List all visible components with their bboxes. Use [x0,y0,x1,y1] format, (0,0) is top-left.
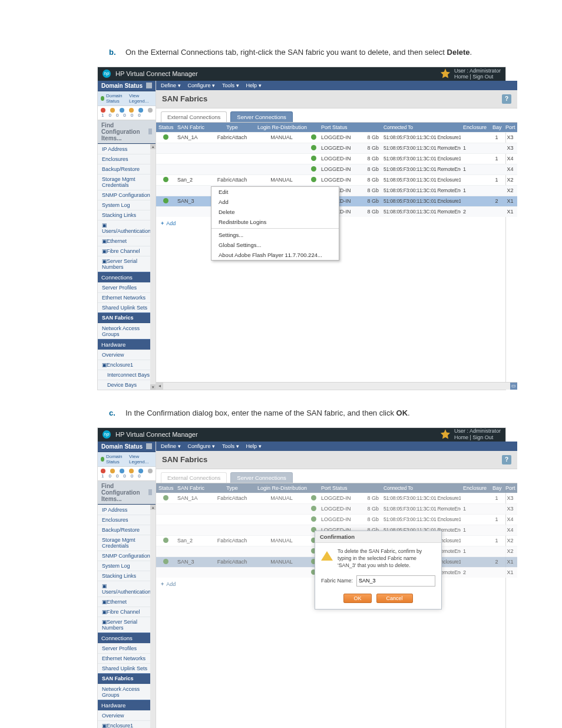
ok-button[interactable]: OK [343,594,371,603]
nav-item[interactable]: ▣Ethernet [98,236,156,246]
nav-item[interactable]: ▣Fibre Channel [98,246,156,256]
nav-item[interactable]: ▣Fibre Channel [98,607,156,617]
nav-item[interactable]: SNMP Configuration [98,551,156,561]
nav-item[interactable]: Overview [98,710,156,720]
context-menu-item[interactable]: Add [211,197,339,207]
domain-status-header[interactable]: Domain Status [98,442,156,452]
nav-item[interactable]: Overview [98,350,156,360]
nav-scrollbar[interactable]: ▴ ▾ [150,144,156,390]
nav-scrollbar[interactable]: ▴▾ [150,505,156,728]
context-menu-item[interactable]: Global Settings... [211,240,339,250]
nav-section-hardware: Hardware [98,700,156,710]
table-row[interactable]: LOGGED-IN8 Gb51:08:05:F3:00:11:3C:01 Rem… [156,164,517,174]
menu-tools[interactable]: Tools ▾ [222,83,239,88]
domain-status-row[interactable]: Domain Status View Legend... [98,91,156,106]
nav-item[interactable]: Backup/Restore [98,164,156,174]
table-row[interactable]: San_2FabricAttachMANUALLOGGED-IN8 Gb51:0… [156,174,517,185]
scroll-up-icon[interactable]: ▴ [150,144,156,149]
table-row[interactable]: LOGGED-IN8 Gb51:08:05:F3:00:11:3C:01 Enc… [156,153,517,164]
domain-status-header[interactable]: Domain Status [98,81,156,91]
table-row[interactable]: LOGGED-IN8 Gb51:08:05:F3:00:11:3C:01 Rem… [156,503,517,514]
menu-configure[interactable]: Configure ▾ [188,83,216,88]
app-titlebar: hp HP Virtual Connect Manager User : Adm… [98,428,505,442]
find-items-header[interactable]: Find Configuration Items... [98,481,156,505]
nav-item[interactable]: ▣Enclosure1 [98,720,156,728]
nav-item[interactable]: ▣Users/Authentication [98,581,156,597]
nav-item[interactable]: Stacking Links [98,571,156,581]
table-row[interactable]: SAN_1AFabricAttachMANUALLOGGED-IN8 Gb51:… [156,132,517,143]
table-row[interactable]: LOGGED-IN8 Gb51:08:05:F3:00:11:3C:01 Enc… [156,514,517,525]
nav-item[interactable]: ▣Ethernet [98,597,156,607]
scroll-down-icon[interactable]: ▾ [150,384,156,390]
nav-item[interactable]: System Log [98,561,156,571]
context-menu-item[interactable]: Delete [211,207,339,217]
tab-server-connections[interactable]: Server Connections [230,111,292,122]
nav-item[interactable]: Enclosures [98,154,156,164]
collapse-icon[interactable] [146,83,152,88]
nav-item[interactable]: Device Bays [98,380,156,390]
nav-item[interactable]: Stacking Links [98,210,156,220]
nav-item[interactable]: ▣Server Serial Numbers [98,617,156,633]
nav-item[interactable]: Enclosures [98,515,156,525]
table-row[interactable]: SAN_1AFabricAttachMANUALLOGGED-IN8 Gb51:… [156,493,517,503]
horizontal-scrollbar[interactable]: ◂ ▭ [156,382,517,390]
nav-item[interactable]: Server Profiles [98,643,156,653]
nav-item[interactable]: ▣Server Serial Numbers [98,256,156,272]
nav-item[interactable]: Interconnect Bays [98,370,156,380]
left-nav: Domain Status Domain Status View Legend.… [98,81,156,390]
nav-item[interactable]: SAN Fabrics [98,312,156,323]
nav-item[interactable]: Server Profiles [98,282,156,292]
nav-item[interactable]: SNMP Configuration [98,190,156,200]
help-icon[interactable]: ? [502,94,511,104]
nav-item[interactable]: SAN Fabrics [98,673,156,684]
tab-server-connections[interactable]: Server Connections [230,472,292,483]
fabric-name-label: Fabric Name: [321,578,353,584]
help-icon[interactable]: ? [502,455,511,465]
nav-item[interactable]: IP Address [98,505,156,515]
confirmation-dialog: Confirmation To delete the SAN Fabric, c… [315,531,442,610]
dialog-message: To delete the SAN Fabric, confirm by typ… [338,548,435,569]
step-c: c. In the Confirmation dialog box, enter… [109,408,503,419]
nav-item[interactable]: Ethernet Networks [98,292,156,302]
step-letter-c: c. [109,408,125,419]
hp-logo-icon: hp [103,70,111,78]
context-menu[interactable]: EditAddDeleteRedistribute LoginsSettings… [211,186,339,261]
nav-item[interactable]: Backup/Restore [98,525,156,535]
nav-item[interactable]: IP Address [98,144,156,154]
nav-item[interactable]: Ethernet Networks [98,653,156,663]
context-menu-item[interactable]: Settings... [211,230,339,240]
domain-status-row[interactable]: Domain Status View Legend... [98,452,156,467]
step-b: b. On the External Connections tab, righ… [109,47,503,58]
expand-icon[interactable] [148,489,152,495]
context-menu-item[interactable]: About Adobe Flash Player 11.7.700.224... [211,250,339,260]
home-signout[interactable]: Home | Sign Out [454,74,501,80]
nav-item[interactable]: Network Access Groups [98,323,156,339]
table-row[interactable]: LOGGED-IN8 Gb51:08:05:F3:00:11:3C:01 Rem… [156,143,517,153]
menu-define[interactable]: Define ▾ [161,83,181,88]
app-title: HP Virtual Connect Manager [115,431,198,438]
nav-item[interactable]: Shared Uplink Sets [98,302,156,312]
menu-bar[interactable]: Define ▾ Configure ▾ Tools ▾ Help ▾ [156,81,517,90]
nav-item[interactable]: Storage Mgmt Credentials [98,535,156,551]
tab-external-connections[interactable]: External Connections [161,111,227,122]
collapse-icon[interactable] [146,443,152,449]
home-signout[interactable]: Home | Sign Out [454,434,501,441]
find-items-header[interactable]: Find Configuration Items... [98,120,156,144]
nav-item[interactable]: ▣Enclosure1 [98,360,156,370]
expand-icon[interactable] [148,129,152,134]
tab-external-connections[interactable]: External Connections [161,472,227,483]
warning-icon [321,545,333,561]
scroll-left-icon[interactable]: ◂ [156,383,163,390]
cancel-button[interactable]: Cancel [376,594,413,603]
restore-icon[interactable]: ▭ [510,383,517,390]
nav-item[interactable]: Storage Mgmt Credentials [98,174,156,190]
left-nav: Domain Status Domain Status View Legend.… [98,442,156,728]
menu-help[interactable]: Help ▾ [246,83,262,88]
nav-item[interactable]: Network Access Groups [98,684,156,700]
nav-item[interactable]: Shared Uplink Sets [98,663,156,673]
nav-item[interactable]: ▣Users/Authentication [98,220,156,236]
nav-item[interactable]: System Log [98,200,156,210]
fabric-name-input[interactable] [356,575,435,587]
context-menu-item[interactable]: Edit [211,187,339,197]
context-menu-item[interactable]: Redistribute Logins [211,217,339,227]
